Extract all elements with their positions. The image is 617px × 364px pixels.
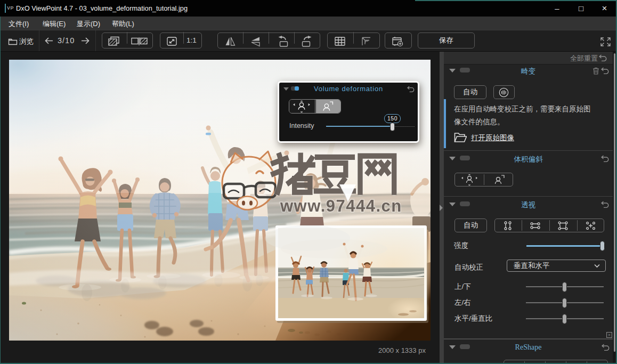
- svg-text:www.97444.cn: www.97444.cn: [280, 197, 402, 215]
